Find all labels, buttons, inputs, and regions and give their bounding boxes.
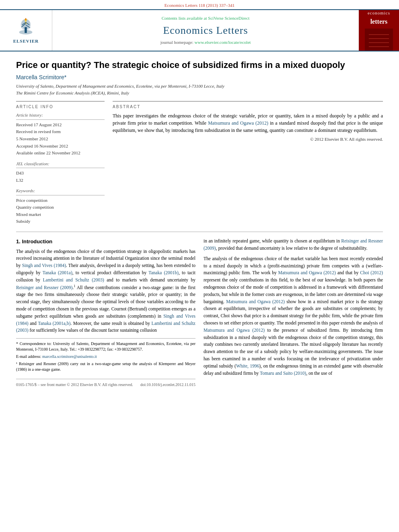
article-info-column: ARTICLE INFO Article history: Received 1… (16, 101, 105, 225)
homepage-label: journal homepage: (160, 40, 193, 45)
journal-homepage-line: journal homepage: www.elsevier.com/locat… (160, 39, 251, 45)
footer-doi: doi:10.1016/j.econlet.2012.11.015 (140, 382, 195, 388)
footnote-email: E-mail address: marcella.scrimitore@unis… (16, 354, 195, 359)
singh-vives-ref[interactable]: Singh and Vives (1984) (22, 263, 66, 268)
badge-graphic-icon (367, 31, 391, 49)
revised-label: Received in revised form (16, 128, 105, 136)
intro-heading: 1. Introduction (16, 238, 195, 246)
journal-header-banner: ELSEVIER Contents lists available at Sci… (0, 9, 399, 51)
abstract-column: ABSTRACT This paper investigates the end… (113, 101, 383, 225)
homepage-link[interactable]: www.elsevier.com/locate/ecolet (195, 40, 251, 45)
right-para-2: The analysis of the endogenous choice of… (204, 255, 383, 377)
footer-issn: 0165-1765/$ – see front matter © 2012 El… (16, 382, 133, 388)
footnote-section: * Correspondence to: University of Salen… (16, 338, 195, 372)
white-ref[interactable]: White, 1996 (236, 364, 259, 368)
contents-line: Contents lists available at SciVerse Sci… (162, 15, 249, 21)
sciverse-link[interactable]: SciVerse ScienceDirect (208, 16, 249, 21)
available-date: Available online 22 November 2012 (16, 150, 105, 157)
footnote-star-text: * Correspondence to: University of Salen… (16, 341, 195, 351)
keywords-label: Keywords: (16, 188, 105, 195)
main-content-area: Price or quantity? The strategic choice … (0, 51, 399, 396)
choi-ref[interactable]: Choi (2012) (360, 270, 383, 275)
body-left-column: 1. Introduction The analysis of the endo… (16, 238, 195, 388)
elsevier-logo-container: ELSEVIER (0, 10, 52, 51)
article-meta-section: ARTICLE INFO Article history: Received 1… (16, 101, 383, 225)
revised-date: 5 November 2012 (16, 136, 105, 143)
lambertini-schultz-ref[interactable]: Lambertini and Schultz (2003) (43, 277, 104, 282)
svg-rect-11 (367, 31, 391, 49)
elsevier-logo: ELSEVIER (13, 17, 39, 44)
keyword-4: Subsidy (16, 218, 105, 225)
journal-title-container: Contents lists available at SciVerse Sci… (52, 10, 359, 51)
history-label: Article history: (16, 112, 105, 119)
journal-title: Economics Letters (163, 23, 248, 38)
matsumura-ogawa-ref[interactable]: Matsumura and Ogawa (2012) (208, 120, 268, 126)
intro-paragraph-1: The analysis of the endogenous choice of… (16, 248, 195, 335)
abstract-label: ABSTRACT (113, 104, 383, 110)
article-author: Marcella Scrimitore* (16, 74, 383, 82)
email-link[interactable]: marcella.scrimitore@unisalento.it (42, 354, 97, 359)
svg-point-6 (25, 18, 27, 20)
article-title: Price or quantity? The strategic choice … (16, 60, 383, 71)
footnote-1: ¹ Reisinger and Ressner (2009) carry out… (16, 361, 195, 372)
footer-bar: 0165-1765/$ – see front matter © 2012 El… (16, 379, 195, 388)
article-info-label: ARTICLE INFO (16, 104, 105, 110)
body-content: 1. Introduction The analysis of the endo… (16, 232, 383, 388)
accepted-date: Accepted 16 November 2012 (16, 143, 105, 150)
tanaka-2001a-ref[interactable]: Tanaka (2001a) (43, 270, 72, 275)
body-right-column: in an infinitely repeated game, while qu… (204, 238, 383, 388)
matsumura-ogawa-ref2[interactable]: Matsumura and Ogawa (2012) (278, 270, 335, 275)
reisinger-ressner-ref2[interactable]: Reisinger and Ressner (2009) (204, 238, 383, 251)
received-date: Received 17 August 2012 (16, 121, 105, 129)
elsevier-tree-icon (14, 17, 38, 37)
tanaka-2001ab-ref[interactable]: Tanaka (2001a,b) (38, 321, 70, 326)
author-name: Marcella Scrimitore* (16, 74, 66, 80)
affiliation-line2: The Rimini Centre for Economic Analysis … (16, 90, 383, 97)
article-affiliation: University of Salento, Department of Man… (16, 83, 383, 96)
keyword-3: Mixed market (16, 211, 105, 218)
right-para-1: in an infinitely repeated game, while qu… (204, 238, 383, 252)
affiliation-line1: University of Salento, Department of Man… (16, 83, 383, 90)
badge-word2: letters (370, 17, 388, 26)
matsumura-ogawa-ref3[interactable]: Matsumura and Ogawa (2012) (226, 299, 285, 304)
badge-image (365, 29, 393, 51)
reisinger-ressner-ref[interactable]: Reisinger and Ressner (2009) (16, 285, 72, 290)
badge-word1: economics (368, 10, 390, 16)
journal-volume-info: Economics Letters 118 (2013) 337–341 (165, 3, 234, 8)
elsevier-label: ELSEVIER (13, 38, 39, 44)
journal-badge: economics letters (365, 10, 393, 51)
keyword-1: Price competition (16, 197, 105, 204)
tomaru-saito-ref[interactable]: Tomaru and Saito (2010) (260, 371, 306, 376)
tanaka-2001b-ref[interactable]: Tanaka (2001b) (148, 270, 179, 275)
jel-codes: D43 L32 (16, 170, 105, 184)
keyword-2: Quantity competition (16, 204, 105, 211)
email-label: E-mail address: (16, 354, 41, 359)
matsumura-ogawa-ref4[interactable]: Matsumura and Ogawa (2012) (204, 328, 265, 333)
contents-text: Contents lists available at (162, 16, 207, 21)
copyright-notice: © 2012 Elsevier B.V. All rights reserved… (113, 136, 383, 142)
journal-badge-container: economics letters (359, 10, 399, 51)
jel-label: JEL classification: (16, 161, 105, 168)
abstract-text: This paper investigates the endogenous c… (113, 112, 383, 134)
footnote-star: * Correspondence to: University of Salen… (16, 341, 195, 352)
journal-reference-line: Economics Letters 118 (2013) 337–341 (0, 0, 399, 9)
